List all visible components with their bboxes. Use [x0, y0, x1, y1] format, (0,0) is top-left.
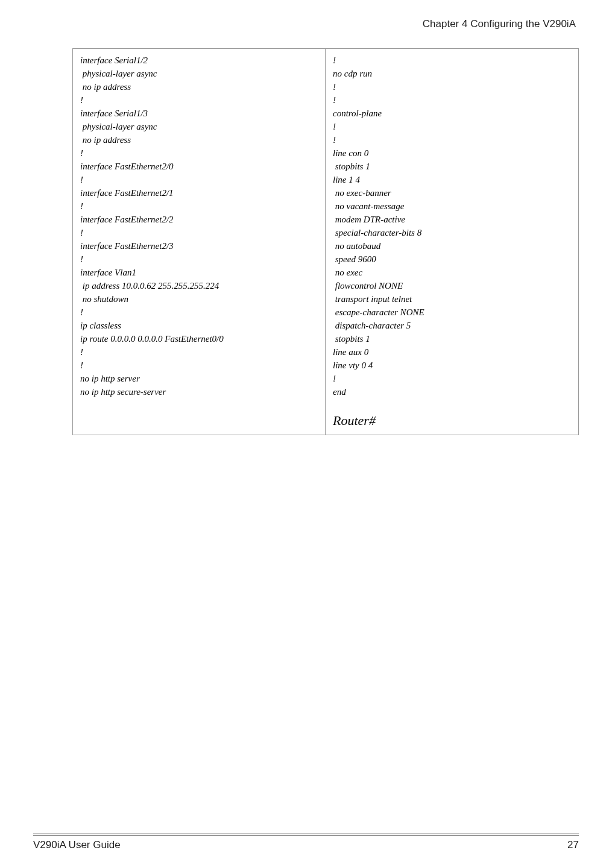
config-line: escape-character NONE — [333, 306, 572, 319]
config-line: speed 9600 — [333, 253, 572, 266]
config-line: ! — [80, 253, 319, 266]
config-line: interface FastEthernet2/2 — [80, 213, 319, 226]
config-line: physical-layer async — [80, 120, 319, 133]
config-line: no autobaud — [333, 239, 572, 253]
config-line: ! — [333, 372, 572, 385]
config-line: no exec-banner — [333, 186, 572, 200]
config-line: line con 0 — [333, 146, 572, 160]
config-line: ! — [80, 306, 319, 319]
config-line: interface FastEthernet2/1 — [80, 186, 319, 200]
config-line: stopbits 1 — [333, 332, 572, 345]
config-line: ! — [333, 120, 572, 133]
config-line: special-character-bits 8 — [333, 226, 572, 239]
config-line: no exec — [333, 266, 572, 279]
config-line: ! — [80, 173, 319, 186]
config-line: ! — [333, 54, 572, 67]
footer-page-number: 27 — [567, 839, 579, 851]
config-line: ! — [80, 200, 319, 213]
config-right-column: !no cdp run!!control-plane!!line con 0 s… — [326, 49, 578, 435]
config-line: line aux 0 — [333, 345, 572, 359]
config-line: ip address 10.0.0.62 255.255.255.224 — [80, 279, 319, 292]
config-line: ! — [80, 359, 319, 372]
config-line: ip route 0.0.0.0 0.0.0.0 FastEthernet0/0 — [80, 332, 319, 345]
config-line: control-plane — [333, 107, 572, 120]
config-line: interface Vlan1 — [80, 266, 319, 279]
config-line: ! — [333, 133, 572, 146]
config-line: no ip address — [80, 80, 319, 93]
config-line: no shutdown — [80, 292, 319, 306]
page-footer: V290iA User Guide 27 — [33, 834, 579, 851]
config-line: stopbits 1 — [333, 160, 572, 173]
config-line: transport input telnet — [333, 292, 572, 306]
config-line: ip classless — [80, 319, 319, 332]
config-line: no ip http secure-server — [80, 385, 319, 398]
router-prompt: Router# — [333, 398, 572, 429]
config-line: modem DTR-active — [333, 213, 572, 226]
config-left-column: interface Serial1/2 physical-layer async… — [73, 49, 326, 435]
chapter-header: Chapter 4 Configuring the V290iA — [72, 18, 579, 48]
config-line: ! — [80, 345, 319, 359]
config-line: line 1 4 — [333, 173, 572, 186]
config-output-table: interface Serial1/2 physical-layer async… — [72, 48, 579, 435]
config-line: physical-layer async — [80, 67, 319, 80]
config-line: end — [333, 385, 572, 398]
config-line: ! — [80, 146, 319, 160]
config-line: ! — [333, 80, 572, 93]
config-line: interface FastEthernet2/3 — [80, 239, 319, 253]
config-line: interface FastEthernet2/0 — [80, 160, 319, 173]
config-line: dispatch-character 5 — [333, 319, 572, 332]
config-line: no ip address — [80, 133, 319, 146]
config-line: line vty 0 4 — [333, 359, 572, 372]
config-line: ! — [80, 226, 319, 239]
footer-guide-label: V290iA User Guide — [33, 839, 121, 851]
config-line: no ip http server — [80, 372, 319, 385]
config-line: no cdp run — [333, 67, 572, 80]
config-line: ! — [80, 93, 319, 107]
config-line: interface Serial1/3 — [80, 107, 319, 120]
config-line: interface Serial1/2 — [80, 54, 319, 67]
config-line: flowcontrol NONE — [333, 279, 572, 292]
config-line: ! — [333, 93, 572, 107]
config-line: no vacant-message — [333, 200, 572, 213]
